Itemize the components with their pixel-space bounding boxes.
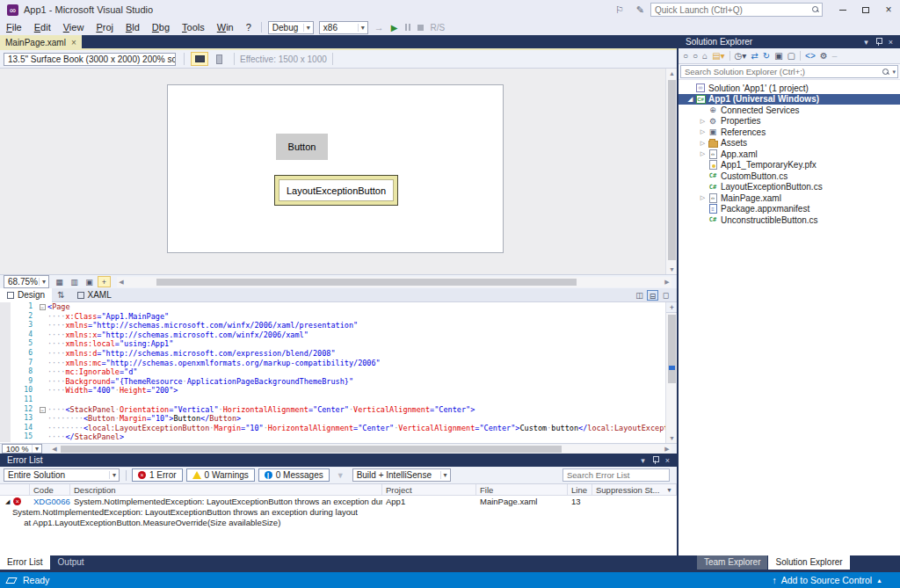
fold-margin[interactable] [37,432,47,442]
show-grid-icon[interactable]: ▦ [53,276,66,287]
solution-platform-dropdown[interactable]: x86▾ [319,21,368,34]
close-button[interactable]: × [877,2,900,18]
design-surface[interactable]: Button LayoutExceptionButton ▲ ▼ [0,69,677,274]
tree-item-layoutexceptionbutton-cs[interactable]: C#LayoutExceptionButton.cs [679,182,900,193]
filter-funnel-icon[interactable]: ▼ [666,487,672,493]
grid-options-icon[interactable]: ▣ [83,276,96,287]
solution-configuration-dropdown[interactable]: Debug▾ [268,21,314,34]
landscape-orientation-button[interactable] [191,52,208,66]
stop-button[interactable] [417,25,424,31]
error-provider-dropdown[interactable]: Build + IntelliSense▾ [352,468,451,482]
editor-vertical-scrollbar[interactable]: + ▼ [665,302,677,443]
editor-horizontal-scrollbar[interactable]: ◀ ▶ [50,445,671,454]
column-header-code[interactable]: Code [30,484,70,495]
restart-button[interactable]: R/S [431,23,446,33]
pending-changes-filter-icon[interactable]: ◷▾ [735,51,747,61]
tab-xaml[interactable]: XAML [70,288,119,302]
fold-margin[interactable] [37,339,47,349]
fold-margin[interactable] [37,424,47,433]
breakpoint-margin[interactable] [0,386,11,396]
page-canvas[interactable]: Button LayoutExceptionButton [167,84,504,253]
menu-item-[interactable]: ? [240,20,258,34]
solution-explorer-search-box[interactable]: ▾ [680,65,898,78]
breakpoint-margin[interactable] [0,396,11,405]
tree-item-solution-app1-1-project[interactable]: ∞Solution 'App1' (1 project) [679,83,900,94]
tree-item-connected-services[interactable]: ⊕Connected Services [679,105,900,116]
fold-margin[interactable] [37,386,47,396]
quick-launch-box[interactable] [650,3,823,17]
fold-margin[interactable] [37,349,47,359]
close-tab-icon[interactable]: × [71,38,76,47]
breakpoint-margin[interactable] [0,367,11,377]
vertical-split-button[interactable]: ◫ [634,290,645,301]
breakpoint-margin[interactable] [0,330,11,340]
designed-layout-exception-button[interactable]: LayoutExceptionButton [274,175,398,206]
tree-item-assets[interactable]: ▷Assets [679,138,900,149]
device-preview-dropdown[interactable]: 13.5" Surface Book (3000 x 2000) 200% sc… [4,53,176,66]
error-list-search-input[interactable] [563,470,686,480]
tab-design[interactable]: Design [0,288,52,302]
designer-horizontal-scrollbar[interactable]: ◀ ▶ [117,277,671,287]
tree-item-mainpage-xaml[interactable]: ▷‹›MainPage.xaml [679,192,900,204]
add-to-source-control-button[interactable]: ↑ Add to Source Control ▲ [773,575,900,585]
tree-item-app-xaml[interactable]: ▷‹›App.xaml [679,149,900,160]
bottom-tab-output[interactable]: Output [51,555,91,570]
tree-item-references[interactable]: ▷▣References [679,127,900,138]
tree-item-app1-universal-windows[interactable]: ◢C#App1 (Universal Windows) [679,94,900,105]
column-header-project[interactable]: Project [382,484,476,495]
breakpoint-margin[interactable] [0,349,11,359]
close-panel-icon[interactable]: × [889,38,893,47]
fold-margin[interactable] [37,396,47,405]
bottom-tab-error-list[interactable]: Error List [0,555,50,570]
designed-button[interactable]: Button [276,134,328,160]
portrait-orientation-button[interactable] [210,52,228,66]
expanded-arrow-icon[interactable]: ◢ [0,498,10,505]
warnings-filter-button[interactable]: 0 Warnings [186,468,255,482]
menu-item-proj[interactable]: Proj [90,20,120,34]
error-row[interactable]: ◢×XDG0066System.NotImplementedException:… [0,496,677,507]
expand-pane-button[interactable]: ◻ [660,290,671,301]
sync-with-active-document-icon[interactable]: ⇄ [751,51,758,61]
splitter-grip-icon[interactable]: + [666,302,677,313]
designer-zoom-dropdown[interactable]: 68.75%▾ [4,275,49,288]
fold-margin[interactable] [37,359,47,368]
snap-to-snaplines-icon[interactable]: + [98,276,111,287]
maximize-button[interactable] [854,2,877,18]
error-scope-dropdown[interactable]: Entire Solution▾ [4,468,120,482]
menu-item-view[interactable]: View [57,20,91,34]
column-header-line[interactable]: Line [568,484,592,495]
breakpoint-margin[interactable] [0,321,11,330]
pin-icon[interactable] [652,456,658,464]
breakpoint-margin[interactable] [0,432,11,442]
expand-arrow-icon[interactable]: ▷ [698,194,708,201]
breakpoint-margin[interactable] [0,302,11,312]
expand-arrow-icon[interactable]: ▷ [698,118,708,125]
error-list-search-box[interactable]: ▾ [562,468,670,482]
bottom-tab-solution-explorer[interactable]: Solution Explorer [768,555,849,570]
collapse-region-icon[interactable]: − [40,407,46,413]
tree-item-app1-temporarykey-pfx[interactable]: App1_TemporaryKey.pfx [679,160,900,171]
menu-item-win[interactable]: Win [211,20,240,34]
view-code-icon[interactable]: <> [805,51,816,61]
forward-button[interactable]: ○ [693,51,698,61]
tree-item-properties[interactable]: ▷⚙Properties [679,116,900,127]
menu-item-file[interactable]: File [0,20,28,34]
breakpoint-margin[interactable] [0,377,11,387]
menu-item-edit[interactable]: Edit [28,20,57,34]
column-header-suppression-st[interactable]: Suppression St...▼ [592,484,677,495]
menu-item-dbg[interactable]: Dbg [146,20,176,34]
collapse-arrow-icon[interactable]: ◢ [686,96,695,103]
swap-panes-icon[interactable]: ⇅ [52,290,69,300]
expand-arrow-icon[interactable]: ▷ [698,128,708,135]
properties-wrench-icon[interactable]: ⚙ [820,51,828,61]
menu-item-bld[interactable]: Bld [120,20,146,34]
fold-margin[interactable]: − [37,302,47,312]
editor-zoom-dropdown[interactable]: 100 %▾ [2,444,42,454]
breakpoint-margin[interactable] [0,312,11,322]
collapse-all-icon[interactable]: ▣ [774,51,782,61]
tree-item-unconstructiblebutton-cs[interactable]: C#UnconstructibleButton.cs [679,214,900,226]
window-position-icon[interactable]: ▾ [864,38,868,47]
show-all-files-icon[interactable]: ▢ [788,51,795,61]
column-header-description[interactable]: Description [70,484,382,495]
clear-filter-icon[interactable]: ▼ [337,471,345,480]
